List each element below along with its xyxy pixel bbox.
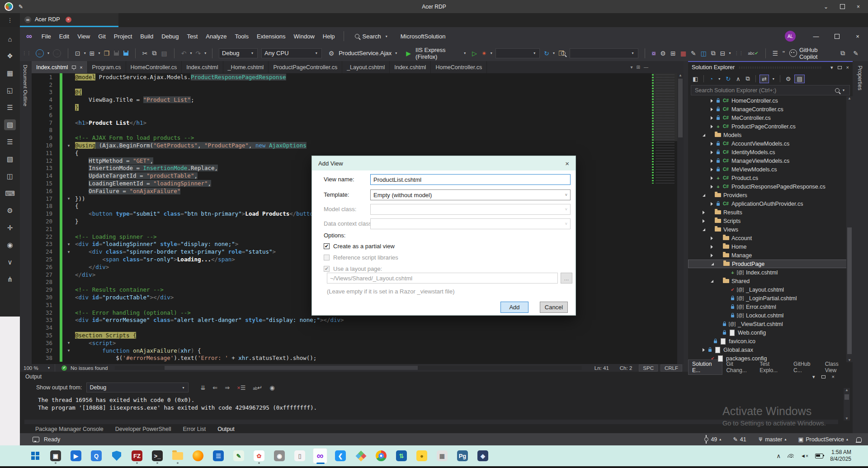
cut-button[interactable]: ✂ [140,50,150,57]
expander-collapsed-icon[interactable] [709,245,715,249]
expander-expanded-icon[interactable] [709,280,715,283]
screenshot-icon[interactable]: ▧ [4,119,16,130]
run-without-debug-icon[interactable]: ▷ [470,50,479,57]
feedback-icon[interactable] [33,437,39,442]
editor-tab-index.cshtml[interactable]: Index.cshtml [390,61,431,73]
code-line-33[interactable]: 33<div id="errorMessage" class="alert al… [32,317,651,324]
editor-tab-_layout.cshtml[interactable]: _Layout.cshtml [342,61,390,73]
code-line-3[interactable]: 3@{ [32,89,651,96]
fold-chevron-icon[interactable]: ▾ [62,242,75,246]
expander-collapsed-icon[interactable] [709,236,715,240]
expander-collapsed-icon[interactable] [709,159,715,163]
tree-item-mecontroller.cs[interactable]: C#MeController.cs [688,113,853,122]
status-line-endings[interactable]: CRLF [660,364,682,372]
code-line-4[interactable]: 4 ViewBag.Title = "Product List"; [32,96,651,104]
se-properties-icon[interactable]: ⧉ [744,75,752,83]
expander-collapsed-icon[interactable] [709,99,715,103]
tree-item-providers[interactable]: Providers [688,191,853,199]
output-source-select[interactable]: Debug▾ [86,383,189,392]
code-line-7[interactable]: 7<h1>Product List</h1> [32,119,651,127]
issues-status[interactable]: No issues found [71,365,108,371]
expander-collapsed-icon[interactable] [709,185,715,189]
navigate-back-button[interactable]: ← [33,49,46,57]
expander-collapsed-icon[interactable] [709,108,715,111]
tree-item-_layout.cshtml[interactable]: ✔[@]_Layout.cshtml [688,285,853,294]
tree-item-accountviewmodels.cs[interactable]: C#AccountViewModels.cs [688,139,853,148]
git-branch-icon[interactable]: ⋔ [4,274,16,285]
new-project-button[interactable]: ⊡ [73,50,83,57]
expander-expanded-icon[interactable] [701,194,707,197]
menu-extensions[interactable]: Extensions [253,33,290,40]
menu-project[interactable]: Project [110,33,136,40]
panels-icon[interactable]: ◫ [4,171,16,182]
menu-window[interactable]: Window [290,33,319,40]
code-line-2[interactable]: 2 [32,81,651,89]
output-goto-icon[interactable]: ⇊ [200,384,205,391]
se-sync-chevron-icon[interactable]: ▾ [771,76,776,81]
striped-app-icon[interactable]: ☰ [211,448,226,463]
tab-strip-overflow-controls[interactable]: ▾⊞— [631,61,684,73]
startup-project-select[interactable]: ⚙ ProductService.Ajax▾ [324,50,401,57]
tree-item-home[interactable]: Home [688,242,853,251]
copilot-label[interactable]: GitHub Copilot [799,47,833,60]
security-shield-icon[interactable] [109,448,124,463]
home-window-icon[interactable]: ◫ [698,50,709,57]
open-file-button[interactable]: ❒ [101,50,112,57]
new-session-icon[interactable]: ❖ [4,51,16,61]
tree-item-productpagecontroller.cs[interactable]: +C#ProductPageController.cs [688,122,853,131]
tree-item-productresponsepagedresponse.cs[interactable]: +C#ProductResponsePagedResponse.cs [688,182,853,191]
empty-combo-2[interactable]: ▾ [570,48,638,58]
se-menu-chevron-icon[interactable]: ▾ [830,65,833,71]
status-spaces-mode[interactable]: SPC [639,364,658,372]
navigate-forward-button[interactable]: → [51,49,63,57]
vs-minimize-button[interactable]: — [806,27,826,45]
tools-icon[interactable]: ✛ [4,222,16,233]
add-window-icon[interactable]: ⊞ [668,50,678,57]
fullscreen-icon[interactable]: ◱ [4,85,16,96]
expander-collapsed-icon[interactable] [709,142,715,146]
se-pending-changes-filter-icon[interactable]: ◔ [708,75,715,83]
se-refresh-icon[interactable]: ↻ [724,75,732,83]
editor-tab-_home.cshtml[interactable]: _Home.cshtml [223,61,269,73]
remote-desktop-icon[interactable]: ⇅ [394,448,409,463]
fold-chevron-icon[interactable]: ▾ [62,250,75,254]
menu-tools[interactable]: Tools [231,33,253,40]
user-avatar[interactable]: AL [785,31,796,42]
toolbox-icon[interactable]: ▦ [678,50,689,57]
output-vertical-scrollbar[interactable]: ▲▼ [844,388,850,421]
expander-collapsed-icon[interactable] [701,219,707,223]
se-filter-chevron-icon[interactable]: ▾ [717,76,722,81]
repository-picker-button[interactable]: ▣ ProductService▴ [794,436,852,443]
menu-analyze[interactable]: Analyze [202,33,231,40]
search-app-icon[interactable]: Q [89,448,104,463]
tree-item-views[interactable]: Views [688,225,853,234]
properties-tool-icon[interactable]: ⚙ [658,50,668,57]
menu-test[interactable]: Test [183,33,202,40]
media-app-icon[interactable]: ▶ [69,448,83,463]
diamond-app-icon[interactable] [354,448,368,463]
expander-expanded-icon[interactable] [709,263,715,265]
tree-item-favicon.ico[interactable]: favicon.ico [688,337,853,345]
vs-close-button[interactable]: × [847,27,868,45]
expander-collapsed-icon[interactable] [709,254,715,257]
expander-collapsed-icon[interactable] [709,116,715,120]
word-wrap-icon[interactable]: ab↵ [253,384,262,391]
github-copilot-icon[interactable] [787,49,799,57]
branch-picker-button[interactable]: ⋔ master▴ [755,436,790,443]
dialog-titlebar[interactable]: Add View × [312,156,576,170]
fold-chevron-icon[interactable]: ▾ [62,196,75,201]
expander-expanded-icon[interactable] [701,228,707,231]
tree-item-managecontroller.cs[interactable]: C#ManageController.cs [688,105,853,113]
chrome-icon[interactable] [374,448,388,463]
code-line-6[interactable]: 6 [32,111,651,119]
output-prev-icon[interactable]: ⇐ [212,384,217,391]
tree-item-results[interactable]: Results [688,208,853,217]
share-icon[interactable]: ⧉ [838,49,847,57]
battery-icon[interactable] [815,454,823,459]
zoom-select[interactable]: 100 %▾ [20,364,55,372]
display-icon[interactable]: ▧ [4,154,16,165]
honeyview-icon[interactable]: ✿ [252,448,266,463]
refresh-icon[interactable]: ↻ [542,50,552,57]
status-line-number[interactable]: Ln: 41 [589,365,614,371]
settings-gear-icon[interactable]: ⚙ [4,205,16,216]
